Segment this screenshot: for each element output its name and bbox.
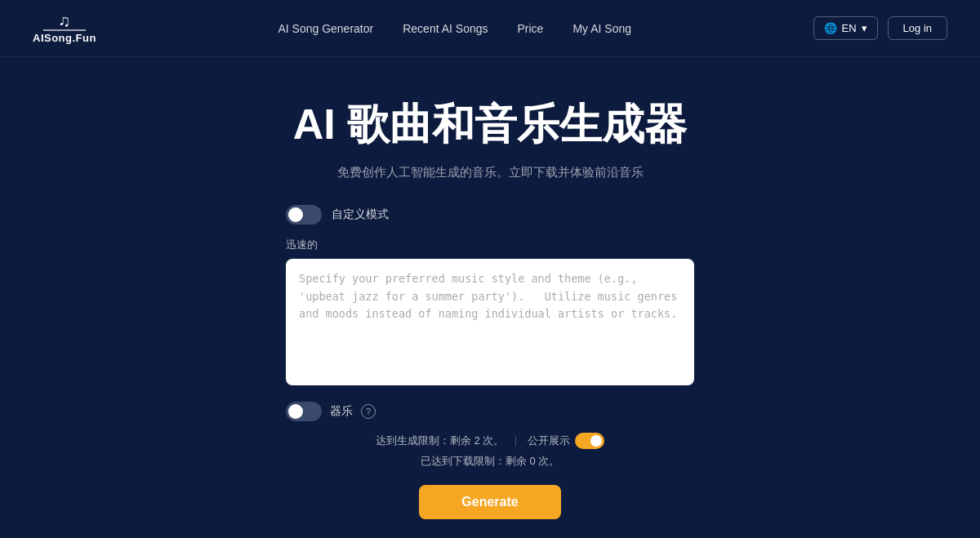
language-button[interactable]: 🌐 EN ▾	[813, 16, 878, 40]
login-button[interactable]: Log in	[888, 16, 947, 40]
navbar: ♫ AISong.Fun AI Song Generator Recent AI…	[0, 0, 980, 57]
recent-ai-songs-link[interactable]: Recent AI Songs	[403, 22, 488, 35]
custom-mode-toggle[interactable]	[286, 205, 322, 225]
speed-label: 迅速的	[286, 238, 694, 252]
logo-line	[43, 29, 86, 31]
separator: ｜	[510, 434, 521, 448]
custom-mode-slider	[286, 205, 322, 225]
form-area: 自定义模式 迅速的 器乐 ? 达到生成限制：剩余 2 次。 ｜ 公开展示	[286, 205, 694, 519]
logo-icon: ♫	[58, 12, 70, 29]
hero-subtitle: 免费创作人工智能生成的音乐。立即下载并体验前沿音乐	[337, 165, 644, 180]
instrument-row: 器乐 ?	[286, 402, 694, 421]
my-ai-song-link[interactable]: My AI Song	[572, 22, 631, 35]
generate-button[interactable]: Generate	[419, 485, 560, 519]
nav-right: 🌐 EN ▾ Log in	[813, 16, 947, 40]
public-label: 公开展示	[528, 434, 570, 448]
custom-mode-row: 自定义模式	[286, 205, 694, 225]
limit-info-row-2: 已达到下载限制：剩余 0 次。	[286, 454, 694, 469]
download-limit-text: 已达到下载限制：剩余 0 次。	[421, 455, 559, 467]
custom-mode-label: 自定义模式	[332, 207, 389, 222]
logo[interactable]: ♫ AISong.Fun	[33, 12, 96, 44]
generation-limit-text: 达到生成限制：剩余 2 次。	[376, 434, 504, 448]
main-content: AI 歌曲和音乐生成器 免费创作人工智能生成的音乐。立即下载并体验前沿音乐 自定…	[0, 57, 980, 538]
instrument-label: 器乐	[330, 404, 353, 419]
hero-title: AI 歌曲和音乐生成器	[293, 96, 687, 153]
help-icon[interactable]: ?	[361, 404, 376, 419]
prompt-textarea[interactable]	[286, 259, 694, 385]
nav-links: AI Song Generator Recent AI Songs Price …	[278, 21, 631, 36]
instrument-toggle[interactable]	[286, 402, 322, 421]
public-toggle[interactable]	[575, 433, 604, 449]
globe-icon: 🌐	[824, 22, 837, 34]
limit-info-row-1: 达到生成限制：剩余 2 次。 ｜ 公开展示	[286, 433, 694, 449]
public-toggle-area: 公开展示	[528, 433, 604, 449]
instrument-slider	[286, 402, 322, 421]
price-link[interactable]: Price	[518, 22, 544, 35]
ai-song-generator-link[interactable]: AI Song Generator	[278, 22, 373, 35]
public-slider	[575, 433, 604, 449]
lang-label: EN	[842, 22, 857, 34]
chevron-down-icon: ▾	[862, 22, 867, 34]
logo-text: AISong.Fun	[33, 32, 96, 44]
